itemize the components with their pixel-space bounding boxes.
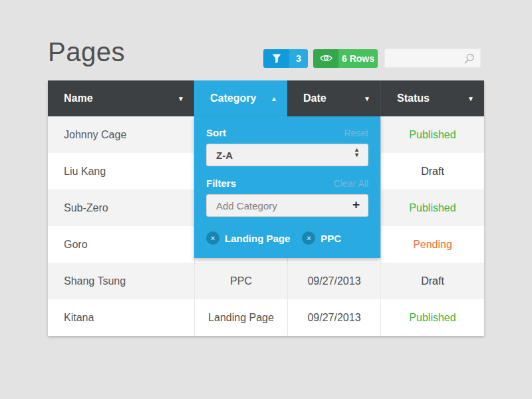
cell-status: Draft bbox=[380, 153, 484, 190]
add-category-placeholder: Add Category bbox=[216, 200, 277, 211]
cell-date: 09/27/2013 bbox=[287, 299, 380, 336]
column-header-category[interactable]: Category ▲ bbox=[194, 80, 287, 116]
page-title: Pages bbox=[48, 37, 125, 67]
tag-label: Landing Page bbox=[225, 233, 290, 244]
rows-count-label: 6 Rows bbox=[338, 49, 378, 68]
cell-name: Shang Tsung bbox=[48, 263, 194, 299]
filter-tag: × Landing Page bbox=[206, 231, 290, 245]
column-label: Category bbox=[210, 92, 256, 104]
cell-status: Pending bbox=[380, 226, 484, 263]
magnifier-icon bbox=[464, 53, 475, 65]
column-label: Status bbox=[397, 92, 430, 104]
filters-label: Filters bbox=[206, 178, 236, 189]
table-row[interactable]: Kitana Landing Page 09/27/2013 Published bbox=[48, 299, 484, 336]
add-icon[interactable]: + bbox=[352, 198, 360, 212]
cell-status: Draft bbox=[380, 263, 484, 299]
eye-icon bbox=[313, 49, 338, 68]
toolbar: 3 6 Rows bbox=[263, 49, 481, 68]
sort-select-value: Z-A bbox=[216, 150, 233, 161]
sort-desc-icon: ▼ bbox=[467, 95, 474, 102]
reset-link[interactable]: Reset bbox=[344, 128, 368, 138]
category-filter-panel: Sort Reset Z-A ▲ ▼ Filters Clear All Add… bbox=[194, 116, 380, 258]
cell-category: PPC bbox=[194, 263, 287, 299]
active-filter-tags: × Landing Page × PPC bbox=[206, 231, 368, 245]
cell-status: Published bbox=[380, 190, 484, 226]
sort-desc-icon: ▼ bbox=[364, 95, 370, 102]
sort-label: Sort bbox=[206, 127, 226, 138]
cell-date: 09/27/2013 bbox=[287, 263, 380, 299]
funnel-icon bbox=[263, 49, 289, 68]
visible-rows-button[interactable]: 6 Rows bbox=[313, 49, 378, 68]
column-header-name[interactable]: Name ▼ bbox=[48, 80, 194, 116]
page: Pages 3 6 Rows bbox=[0, 0, 532, 399]
cell-name: Liu Kang bbox=[48, 153, 194, 190]
tag-label: PPC bbox=[321, 233, 341, 244]
table-row[interactable]: Shang Tsung PPC 09/27/2013 Draft bbox=[48, 263, 484, 299]
column-label: Date bbox=[303, 92, 327, 104]
cell-status: Published bbox=[380, 299, 484, 336]
column-header-status[interactable]: Status ▼ bbox=[380, 80, 484, 116]
sort-asc-icon: ▲ bbox=[271, 95, 277, 102]
remove-tag-icon[interactable]: × bbox=[302, 231, 315, 245]
sort-desc-icon: ▼ bbox=[178, 95, 184, 102]
filter-count: 3 bbox=[289, 49, 308, 68]
cell-name: Goro bbox=[48, 226, 194, 263]
cell-name: Johnny Cage bbox=[48, 116, 194, 153]
remove-tag-icon[interactable]: × bbox=[206, 231, 219, 245]
cell-name: Kitana bbox=[48, 299, 194, 336]
column-header-date[interactable]: Date ▼ bbox=[287, 80, 380, 116]
add-category-input[interactable]: Add Category + bbox=[206, 194, 368, 217]
cell-name: Sub-Zero bbox=[48, 190, 194, 226]
spinner-icon: ▲ ▼ bbox=[354, 147, 360, 158]
search-box bbox=[384, 49, 481, 68]
cell-status: Published bbox=[380, 116, 484, 153]
sort-select[interactable]: Z-A ▲ ▼ bbox=[206, 144, 368, 166]
cell-category: Landing Page bbox=[194, 299, 287, 336]
column-label: Name bbox=[64, 92, 93, 104]
filter-tag: × PPC bbox=[302, 231, 341, 245]
clear-all-link[interactable]: Clear All bbox=[334, 178, 368, 189]
table-header-row: Name ▼ Category ▲ Date ▼ Status ▼ bbox=[48, 80, 484, 116]
filter-button[interactable]: 3 bbox=[263, 49, 308, 68]
